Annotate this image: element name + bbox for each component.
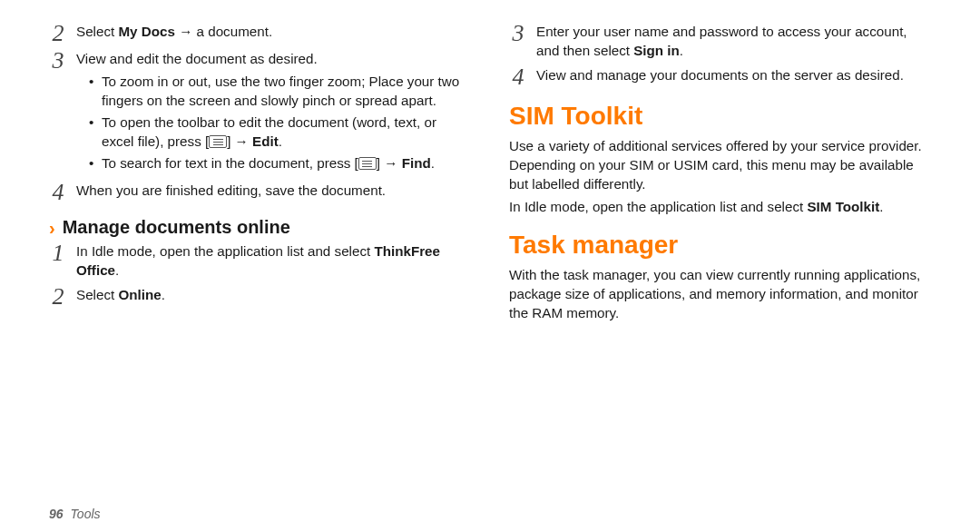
page-number: 96 (49, 507, 64, 521)
text: . (279, 133, 282, 149)
right-column: 3 Enter your user name and password to a… (509, 22, 931, 501)
step-text: Enter your user name and password to acc… (536, 22, 931, 60)
text: ] → (377, 155, 402, 171)
columns: 2 Select My Docs → a document. 3 View an… (49, 22, 931, 501)
list-item: 4 View and manage your documents on the … (509, 65, 931, 87)
step-number: 2 (49, 285, 67, 307)
menu-icon (358, 157, 377, 170)
text-bold: Sign in (633, 43, 680, 58)
text: To zoom in or out, use the two finger zo… (102, 72, 471, 110)
text: In Idle mode, open the application list … (76, 243, 374, 259)
step-number: 1 (49, 241, 67, 263)
text: Select (76, 24, 118, 39)
list-item: • To search for text in the document, pr… (76, 153, 471, 172)
text: ] → (227, 133, 252, 149)
step-text: Select My Docs → a document. (76, 22, 471, 41)
step-text: View and manage your documents on the se… (536, 65, 931, 84)
menu-icon (209, 135, 227, 148)
list-item: 3 View and edit the document as desired.… (49, 49, 471, 175)
step-text: Select Online. (76, 285, 471, 304)
text: To search for text in the document, pres… (102, 153, 471, 172)
text-bold: Edit (252, 133, 279, 149)
text: → a document. (175, 24, 272, 39)
step-number: 4 (509, 65, 527, 87)
paragraph: In Idle mode, open the application list … (509, 197, 931, 216)
bullet-dot: • (89, 72, 96, 110)
list-item: • To zoom in or out, use the two finger … (76, 72, 471, 110)
step-number: 4 (49, 181, 67, 202)
text-bold: My Docs (118, 24, 174, 39)
section-heading-sim-toolkit: SIM Toolkit (509, 102, 931, 131)
text-bold: SIM Toolkit (807, 199, 879, 214)
step-number: 3 (49, 49, 67, 71)
text: . (680, 43, 683, 58)
section-label: Tools (71, 507, 101, 521)
text: To search for text in the document, pres… (102, 155, 358, 171)
text: . (879, 199, 883, 214)
list-item: 2 Select Online. (49, 285, 471, 307)
text-bold: Find (402, 155, 431, 171)
text: View and edit the document as desired. (76, 49, 471, 68)
list-item: • To open the toolbar to edit the docume… (76, 113, 471, 151)
step-text: In Idle mode, open the application list … (76, 241, 471, 280)
footer: 96 Tools (49, 501, 931, 521)
list-item: 3 Enter your user name and password to a… (509, 22, 931, 60)
section-heading-task-manager: Task manager (509, 231, 931, 260)
step-text: When you are finished editing, save the … (76, 181, 471, 200)
bullet-dot: • (89, 153, 96, 172)
list-item: 4 When you are finished editing, save th… (49, 181, 471, 202)
step-number: 2 (49, 22, 67, 44)
subheading: › Manage documents online (49, 217, 471, 238)
left-column: 2 Select My Docs → a document. 3 View an… (49, 22, 471, 501)
chevron-right-icon: › (49, 219, 55, 237)
text: Enter your user name and password to acc… (536, 24, 907, 58)
text: To open the toolbar to edit the document… (102, 113, 471, 151)
text: . (431, 155, 435, 171)
step-number: 3 (509, 22, 527, 44)
paragraph: Use a variety of additional services off… (509, 136, 931, 193)
text: In Idle mode, open the application list … (509, 199, 807, 214)
text: . (115, 262, 119, 278)
step-text: View and edit the document as desired. •… (76, 49, 471, 175)
text-bold: Online (118, 287, 161, 302)
text: Select (76, 287, 118, 302)
list-item: 1 In Idle mode, open the application lis… (49, 241, 471, 280)
text: . (162, 287, 165, 302)
bullet-dot: • (89, 113, 96, 151)
bullet-list: • To zoom in or out, use the two finger … (76, 72, 471, 172)
subheading-text: Manage documents online (63, 217, 290, 238)
paragraph: With the task manager, you can view curr… (509, 265, 931, 322)
list-item: 2 Select My Docs → a document. (49, 22, 471, 44)
page: 2 Select My Docs → a document. 3 View an… (0, 0, 980, 532)
